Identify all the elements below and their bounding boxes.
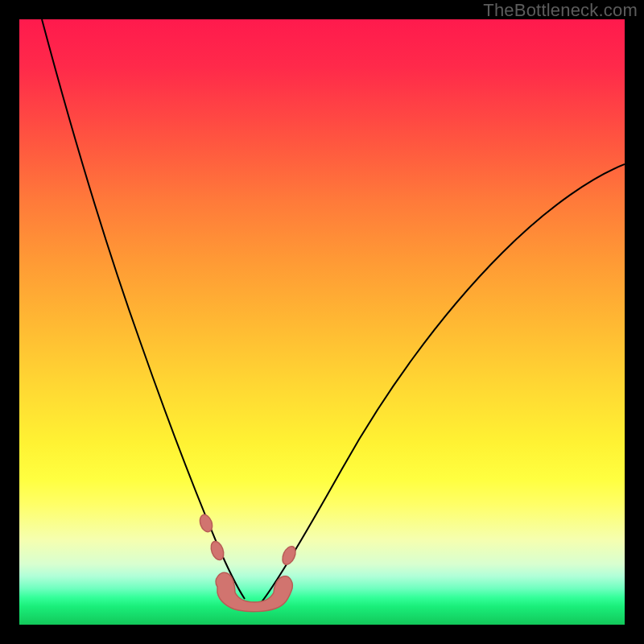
chart-frame xyxy=(19,19,625,625)
left-curve xyxy=(42,19,245,599)
valley-blob xyxy=(216,572,292,611)
chart-svg xyxy=(19,19,625,625)
right-curve xyxy=(261,164,625,603)
right-node xyxy=(280,544,299,567)
watermark-text: TheBottleneck.com xyxy=(483,0,638,21)
